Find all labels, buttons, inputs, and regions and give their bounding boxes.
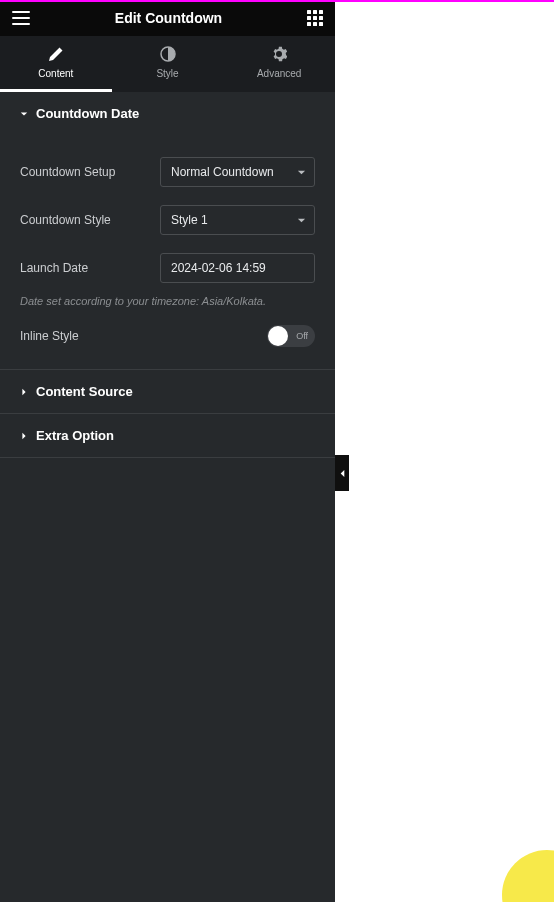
caret-right-icon — [20, 432, 28, 440]
section-content-source: Content Source — [0, 370, 335, 414]
pencil-icon — [0, 46, 112, 62]
section-title: Content Source — [36, 384, 133, 399]
field-label: Launch Date — [20, 261, 88, 275]
panel-body: Countdown Date Countdown Setup Normal Co… — [0, 92, 335, 902]
section-header-content-source[interactable]: Content Source — [0, 370, 335, 413]
collapse-sidebar-button[interactable] — [335, 455, 349, 491]
panel-title: Edit Countdown — [115, 10, 222, 26]
tab-bar: Content Style Advanced — [0, 36, 335, 92]
section-title: Countdown Date — [36, 106, 139, 121]
tab-content[interactable]: Content — [0, 36, 112, 92]
tab-label: Advanced — [257, 68, 301, 79]
section-countdown-date: Countdown Date Countdown Setup Normal Co… — [0, 92, 335, 370]
field-label: Countdown Style — [20, 213, 111, 227]
caret-right-icon — [20, 388, 28, 396]
tab-label: Style — [156, 68, 178, 79]
field-label: Countdown Setup — [20, 165, 115, 179]
section-title: Extra Option — [36, 428, 114, 443]
chevron-left-icon — [338, 469, 347, 478]
tab-style[interactable]: Style — [112, 36, 224, 92]
countdown-style-select[interactable]: Style 1 — [160, 205, 315, 235]
gear-icon — [223, 46, 335, 62]
toggle-knob — [268, 326, 288, 346]
topbar: Edit Countdown — [0, 0, 335, 36]
preview-area — [335, 0, 554, 902]
timezone-note: Date set according to your timezone: Asi… — [20, 295, 315, 307]
countdown-setup-select[interactable]: Normal Countdown — [160, 157, 315, 187]
section-content: Countdown Setup Normal Countdown Countdo… — [0, 135, 335, 369]
contrast-icon — [112, 46, 224, 62]
caret-down-icon — [20, 110, 28, 118]
toggle-state: Off — [296, 331, 308, 341]
menu-icon[interactable] — [12, 11, 30, 25]
inline-style-toggle[interactable]: Off — [267, 325, 315, 347]
field-label: Inline Style — [20, 329, 79, 343]
field-inline-style: Inline Style Off — [20, 325, 315, 347]
apps-icon[interactable] — [307, 10, 323, 26]
editor-sidebar: Edit Countdown Content Style Advanced — [0, 0, 335, 902]
tab-label: Content — [38, 68, 73, 79]
field-countdown-setup: Countdown Setup Normal Countdown — [20, 157, 315, 187]
field-launch-date: Launch Date — [20, 253, 315, 283]
section-header-countdown-date[interactable]: Countdown Date — [0, 92, 335, 135]
section-extra-option: Extra Option — [0, 414, 335, 458]
field-countdown-style: Countdown Style Style 1 — [20, 205, 315, 235]
launch-date-input[interactable] — [160, 253, 315, 283]
section-header-extra-option[interactable]: Extra Option — [0, 414, 335, 457]
tab-advanced[interactable]: Advanced — [223, 36, 335, 92]
